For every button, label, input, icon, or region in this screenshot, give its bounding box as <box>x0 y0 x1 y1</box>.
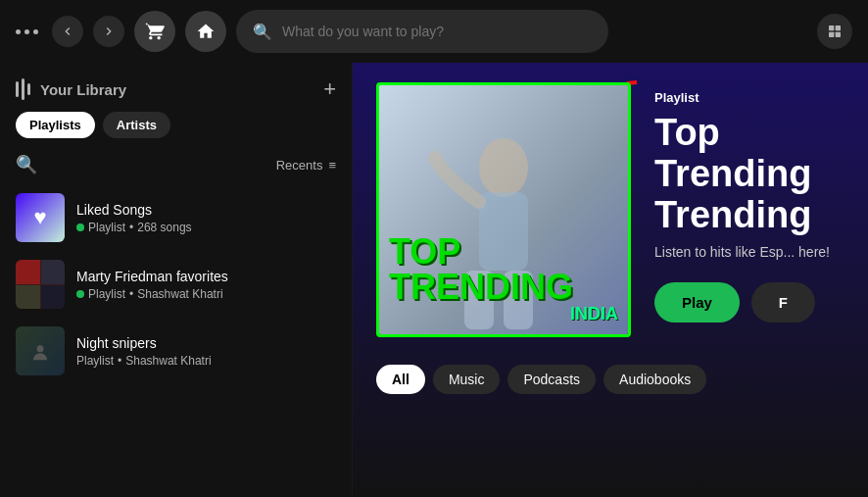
tab-music[interactable]: Music <box>433 365 501 394</box>
hero-title: Top Trending Trending <box>654 113 844 235</box>
play-button[interactable]: Play <box>654 282 740 323</box>
more-options[interactable] <box>16 29 38 34</box>
hero-info: Playlist Top Trending Trending Listen to… <box>654 82 844 323</box>
right-panel: TOP TRENDING INDIA Playlist Top Trending… <box>353 63 868 497</box>
liked-songs-thumb: ♥ <box>16 193 65 242</box>
hero-cover: TOP TRENDING INDIA <box>376 82 631 337</box>
night-thumb <box>16 326 65 375</box>
playlist-info: Night snipers Playlist • Shashwat Khatri <box>76 335 212 368</box>
forward-button[interactable] <box>93 16 124 47</box>
main-layout: Your Library + Playlists Artists 🔍 Recen… <box>0 63 868 497</box>
cover-background: TOP TRENDING INDIA <box>379 85 628 334</box>
hero-description: Listen to hits like Esp... here! <box>654 243 844 263</box>
cover-title-text: TOP TRENDING <box>389 234 573 305</box>
playlist-meta: Playlist • Shashwat Khatri <box>76 287 228 301</box>
tab-podcasts[interactable]: Podcasts <box>507 365 596 394</box>
playlist-info: Liked Songs Playlist • 268 songs <box>76 202 192 234</box>
hero-actions: Play F <box>654 282 844 323</box>
search-bar: 🔍 <box>236 10 608 53</box>
green-dot-icon <box>76 224 84 231</box>
playlist-info: Marty Friedman favorites Playlist • Shas… <box>76 269 228 301</box>
playlist-name: Night snipers <box>76 335 212 351</box>
svg-rect-3 <box>836 32 841 37</box>
add-playlist-button[interactable]: + <box>323 78 336 100</box>
list-icon: ≡ <box>328 158 336 173</box>
green-dot-icon <box>76 290 84 298</box>
playlist-name: Liked Songs <box>76 202 192 218</box>
search-icon: 🔍 <box>253 23 272 41</box>
filter-row: Playlists Artists <box>8 112 344 150</box>
svg-rect-0 <box>829 25 834 30</box>
recents-button[interactable]: Recents ≡ <box>276 158 336 173</box>
svg-point-6 <box>479 138 528 197</box>
filter-tabs: All Music Podcasts Audiobooks <box>353 365 868 394</box>
filter-artists[interactable]: Artists <box>103 112 170 138</box>
cover-subtext: INDIA <box>570 304 618 324</box>
playlist-list: ♥ Liked Songs Playlist • 268 songs <box>8 185 344 489</box>
list-item[interactable]: ♥ Liked Songs Playlist • 268 songs <box>8 185 344 250</box>
cart-button[interactable] <box>134 11 175 52</box>
tab-all[interactable]: All <box>376 365 425 394</box>
library-search-button[interactable]: 🔍 <box>16 154 37 175</box>
filter-playlists[interactable]: Playlists <box>16 112 95 138</box>
back-button[interactable] <box>52 16 83 47</box>
list-item[interactable]: Marty Friedman favorites Playlist • Shas… <box>8 252 344 317</box>
svg-point-4 <box>37 345 44 352</box>
marty-thumb <box>16 260 65 309</box>
nav-right <box>817 14 852 49</box>
recents-label: Recents <box>276 158 323 173</box>
tab-audiobooks[interactable]: Audiobooks <box>603 365 706 394</box>
home-button[interactable] <box>185 11 226 52</box>
library-title: Your Library <box>40 81 126 98</box>
hero-type-label: Playlist <box>654 90 844 105</box>
playlist-meta: Playlist • Shashwat Khatri <box>76 354 212 368</box>
svg-rect-2 <box>829 32 834 37</box>
library-icon <box>16 78 30 100</box>
library-header: Your Library + <box>8 71 344 112</box>
playlist-meta: Playlist • 268 songs <box>76 221 192 234</box>
hero-section: TOP TRENDING INDIA Playlist Top Trending… <box>353 63 868 357</box>
more-button[interactable]: F <box>751 282 815 323</box>
top-nav: 🔍 <box>0 0 868 63</box>
search-row: 🔍 Recents ≡ <box>8 150 344 185</box>
svg-rect-1 <box>836 25 841 30</box>
library-title-group: Your Library <box>16 78 126 100</box>
list-item[interactable]: Night snipers Playlist • Shashwat Khatri <box>8 319 344 383</box>
sidebar: Your Library + Playlists Artists 🔍 Recen… <box>0 63 353 497</box>
account-button[interactable] <box>817 14 852 49</box>
search-input[interactable] <box>282 24 592 39</box>
playlist-name: Marty Friedman favorites <box>76 269 228 284</box>
